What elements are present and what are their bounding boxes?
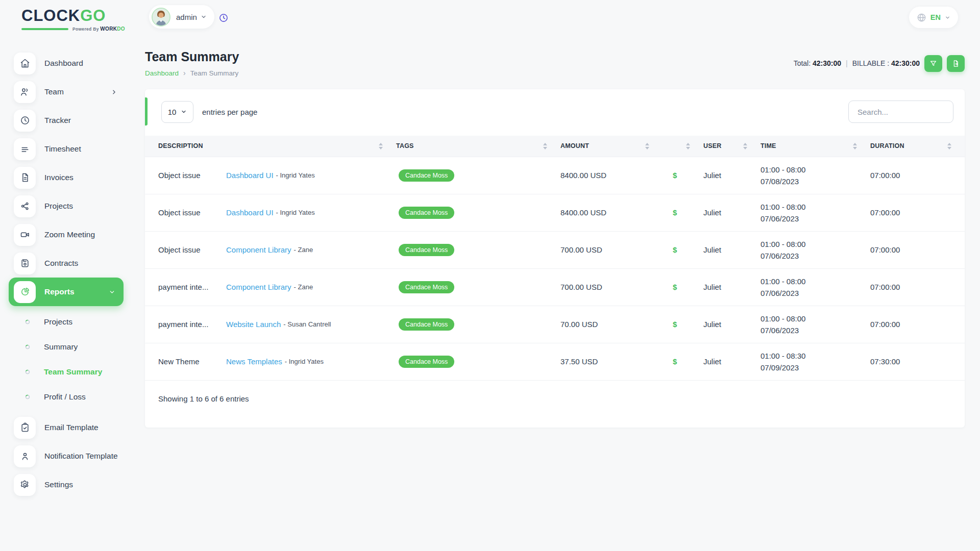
billable-dollar-icon: $: [663, 157, 703, 194]
home-icon: [14, 53, 36, 74]
globe-icon: [917, 13, 926, 22]
cell-duration: 07:00:00: [870, 306, 965, 343]
cell-user: Juliet: [703, 268, 761, 306]
chevron-down-icon: [945, 15, 950, 20]
chevron-down-icon: [181, 109, 187, 115]
column-header-duration[interactable]: DURATION: [870, 136, 965, 157]
cell-user: Juliet: [703, 343, 761, 380]
clipboard-check-icon: [14, 417, 36, 439]
table-row: Object issueDashboard UI- Ingrid Yates C…: [145, 194, 965, 231]
column-header-time[interactable]: TIME: [761, 136, 870, 157]
table-row: payment inte...Website Launch- Susan Can…: [145, 306, 965, 343]
video-icon: [14, 224, 36, 246]
cell-duration: 07:00:00: [870, 231, 965, 268]
assignee-label: - Ingrid Yates: [276, 209, 315, 216]
sidebar-item-reports[interactable]: Reports: [9, 278, 124, 306]
sort-icon: [743, 143, 747, 149]
submenu-item-team-summary[interactable]: Team Summary: [0, 359, 139, 384]
entries-per-page-label: entries per page: [202, 108, 257, 116]
project-link[interactable]: Component Library: [226, 245, 291, 254]
billable-dollar-icon: $: [663, 306, 703, 343]
column-header-description[interactable]: DESCRIPTION: [145, 136, 396, 157]
cell-description: New ThemeNews Templates- Ingrid Yates: [145, 343, 396, 380]
column-header-tags[interactable]: TAGS: [396, 136, 560, 157]
entries-per-page-select[interactable]: 10: [161, 101, 193, 123]
billable-dollar-icon: $: [663, 194, 703, 231]
column-header-user[interactable]: USER: [703, 136, 761, 157]
card-accent-bar: [145, 97, 148, 126]
cell-time: 01:00 - 08:0007/06/2023: [761, 306, 870, 343]
page-title: Team Summary: [145, 49, 239, 64]
cell-time: 01:00 - 08:0007/08/2023: [761, 157, 870, 194]
assignee-label: - Zane: [294, 283, 313, 291]
app-logo[interactable]: CLOCKGO Powered By WORKDO: [21, 7, 139, 32]
project-link[interactable]: News Templates: [226, 357, 282, 366]
project-link[interactable]: Dashboard UI: [226, 171, 274, 180]
project-link[interactable]: Website Launch: [226, 320, 281, 329]
timer-clock-icon[interactable]: [218, 13, 229, 23]
chevron-down-icon: [109, 289, 115, 295]
assignee-label: - Susan Cantrell: [283, 320, 331, 328]
tag-badge: Candace Moss: [399, 244, 454, 256]
submenu-item-projects[interactable]: Projects: [0, 309, 139, 334]
ring-icon: [24, 369, 31, 375]
cell-description: Object issueDashboard UI- Ingrid Yates: [145, 157, 396, 194]
project-link[interactable]: Component Library: [226, 283, 291, 291]
ring-icon: [24, 394, 31, 400]
sidebar-item-settings[interactable]: Settings: [0, 470, 139, 499]
cell-user: Juliet: [703, 194, 761, 231]
project-link[interactable]: Dashboard UI: [226, 208, 274, 217]
lines-icon: [14, 138, 36, 160]
submenu-item-summary[interactable]: Summary: [0, 334, 139, 359]
tag-badge: Candace Moss: [399, 281, 454, 293]
user-menu[interactable]: admin: [149, 5, 214, 29]
sort-icon: [379, 143, 383, 149]
billable-dollar-icon: $: [663, 268, 703, 306]
column-header-amount[interactable]: AMOUNT: [560, 136, 663, 157]
assignee-label: - Ingrid Yates: [276, 171, 315, 179]
tag-badge: Candace Moss: [399, 356, 454, 368]
sidebar-item-zoom-meeting[interactable]: Zoom Meeting: [0, 220, 139, 249]
sidebar-item-team[interactable]: Team: [0, 78, 139, 106]
cell-description: payment inte...Component Library- Zane: [145, 268, 396, 306]
search-input[interactable]: [848, 101, 953, 123]
main-content: Team Summary Dashboard › Team Summary To…: [145, 49, 965, 428]
sort-icon: [645, 143, 649, 149]
tag-badge: Candace Moss: [399, 169, 454, 182]
filter-button[interactable]: [924, 55, 942, 72]
sidebar-item-email-template[interactable]: Email Template: [0, 413, 139, 442]
language-selector[interactable]: EN: [909, 7, 958, 28]
cell-amount: 37.50 USD: [560, 343, 663, 380]
billable-dollar-icon: $: [663, 343, 703, 380]
tag-badge: Candace Moss: [399, 207, 454, 219]
person-icon: [14, 445, 36, 467]
sidebar-item-invoices[interactable]: Invoices: [0, 163, 139, 192]
cell-duration: 07:00:00: [870, 194, 965, 231]
cell-user: Juliet: [703, 306, 761, 343]
share-nodes-icon: [14, 195, 36, 217]
submenu-item-profit-loss[interactable]: Profit / Loss: [0, 384, 139, 409]
avatar: [152, 8, 170, 27]
cell-time: 01:00 - 08:0007/06/2023: [761, 231, 870, 268]
sidebar-item-projects[interactable]: Projects: [0, 192, 139, 220]
cell-time: 01:00 - 08:0007/06/2023: [761, 194, 870, 231]
cell-tags: Candace Moss: [396, 268, 560, 306]
ring-icon: [24, 319, 31, 325]
table-row: Object issueDashboard UI- Ingrid Yates C…: [145, 157, 965, 194]
column-header-billable[interactable]: [663, 136, 703, 157]
cell-duration: 07:00:00: [870, 157, 965, 194]
chevron-right-icon: [111, 89, 117, 95]
totals-summary: Total: 42:30:00|BILLABLE : 42:30:00: [794, 59, 920, 67]
cell-time: 01:00 - 08:0007/06/2023: [761, 268, 870, 306]
sidebar-item-notification-template[interactable]: Notification Template: [0, 442, 139, 470]
sidebar-item-dashboard[interactable]: Dashboard: [0, 49, 139, 78]
logo-text: CLOCKGO: [21, 7, 139, 24]
team-icon: [14, 81, 36, 103]
export-button[interactable]: [947, 55, 965, 72]
breadcrumb-dashboard-link[interactable]: Dashboard: [145, 69, 179, 77]
sidebar-item-contracts[interactable]: Contracts: [0, 249, 139, 278]
assignee-label: - Zane: [294, 246, 313, 254]
sidebar-item-tracker[interactable]: Tracker: [0, 106, 139, 135]
sidebar-item-timesheet[interactable]: Timesheet: [0, 135, 139, 163]
team-summary-table: DESCRIPTION TAGS AMOUNT USER TIME DURATI…: [145, 136, 965, 380]
